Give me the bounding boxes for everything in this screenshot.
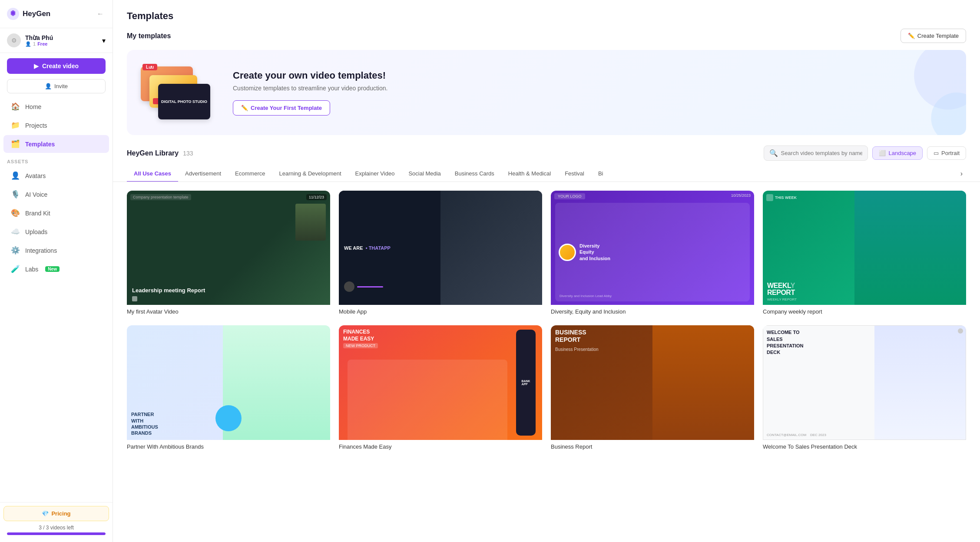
landscape-icon: ⬜ (879, 150, 886, 156)
template-label: Mobile App (339, 305, 542, 317)
portrait-icon: ▭ (934, 150, 939, 156)
video-camera-icon: ▶ (34, 63, 39, 69)
nav-item-avatars[interactable]: 👤 Avatars (3, 167, 109, 185)
cat-tab-all[interactable]: All Use Cases (127, 166, 178, 182)
template-label: Company weekly report (763, 305, 966, 317)
promo-thumbnails: A TASTE Authenic DIGITAL PHOTO STUDIO Lư… (141, 62, 219, 123)
search-icon: 🔍 (769, 149, 778, 157)
nav-item-templates[interactable]: 🗂️ Templates (3, 135, 109, 153)
nav-item-integrations[interactable]: ⚙️ Integrations (3, 241, 109, 259)
cat-tab-more-text[interactable]: Bi (591, 166, 610, 182)
labs-new-badge: New (45, 266, 60, 272)
template-card-leadership[interactable]: Company presentation template 11/12/23 L… (127, 191, 330, 317)
person-icon: 👤 (45, 83, 52, 89)
videos-progress-bar (7, 532, 106, 535)
cat-tab-business-cards[interactable]: Business Cards (448, 166, 501, 182)
template-label: Diversity, Equity and Inclusion (551, 305, 754, 317)
brand-icon: 🎨 (10, 208, 20, 218)
main-content: Templates My templates ✏️ Create Templat… (113, 0, 980, 542)
microphone-icon: 🎙️ (10, 190, 20, 199)
template-card-welcome[interactable]: WELCOME TOSALESPRESENTATIONDECK CONTACT@… (763, 325, 966, 451)
my-templates-title: My templates (127, 32, 171, 40)
create-first-template-button[interactable]: ✏️ Create Your First Template (233, 100, 330, 116)
cat-tab-ecommerce[interactable]: Ecommerce (228, 166, 272, 182)
nav-item-brand-kit[interactable]: 🎨 Brand Kit (3, 204, 109, 222)
plus-circle-icon: ✏️ (241, 105, 248, 111)
invite-button[interactable]: 👤 Invite (7, 79, 106, 93)
svg-point-1 (12, 12, 15, 15)
nav-item-labs[interactable]: 🧪 Labs New (3, 260, 109, 278)
folder-icon: 📁 (10, 121, 20, 130)
upload-icon: ☁️ (10, 227, 20, 236)
assets-section-label: Assets (0, 154, 113, 166)
cat-tab-social[interactable]: Social Media (401, 166, 447, 182)
library-count: 133 (183, 150, 193, 157)
nav-item-home[interactable]: 🏠 Home (3, 98, 109, 116)
template-label: Business Report (551, 440, 754, 452)
user-count: 1 (33, 41, 36, 46)
avatars-icon: 👤 (10, 171, 20, 180)
page-header: Templates (113, 0, 980, 29)
template-card-weekly[interactable]: THIS WEEK WEEK 24 WEEKLYREPORT WEEKLY RE… (763, 191, 966, 317)
library-title: HeyGen Library (127, 149, 179, 157)
cat-tab-festival[interactable]: Festival (558, 166, 591, 182)
home-icon: 🏠 (10, 102, 20, 111)
template-card-diversity[interactable]: YOUR LOGO 10/25/2023 DiversityEquityand … (551, 191, 754, 317)
my-templates-header: My templates ✏️ Create Template (113, 29, 980, 43)
videos-left-label: 3 / 3 videos left (3, 525, 109, 531)
template-card-business[interactable]: BUSINESSREPORT Business Presentation Bus… (551, 325, 754, 451)
labs-icon: 🧪 (10, 264, 20, 274)
date-chip: 11/12/23 (306, 194, 327, 200)
user-plan: Free (37, 41, 47, 46)
template-label: Partner With Ambitious Brands (127, 440, 330, 452)
pricing-button[interactable]: 💎 Pricing (3, 506, 109, 521)
landscape-view-button[interactable]: ⬜ Landscape (872, 146, 923, 160)
user-avatar: ⚙ (7, 33, 21, 47)
cat-tab-learning[interactable]: Learning & Development (272, 166, 348, 182)
sidebar-header: HeyGen ← (0, 0, 113, 28)
thumb-front: DIGITAL PHOTO STUDIO (158, 84, 210, 119)
save-badge: Lưu (142, 64, 157, 70)
template-grid: Company presentation template 11/12/23 L… (113, 191, 980, 466)
nav-item-uploads[interactable]: ☁️ Uploads (3, 223, 109, 241)
template-card-partner[interactable]: PARTNERWITHAMBITIOUSBRANDS Partner With … (127, 325, 330, 451)
promo-title: Create your own video templates! (233, 70, 952, 81)
template-search-box[interactable]: 🔍 (764, 145, 868, 161)
user-section[interactable]: ⚙ Thừa Phú 👤 1 Free ▾ (0, 28, 113, 53)
template-label: My first Avatar Video (127, 305, 330, 317)
nav-item-ai-voice[interactable]: 🎙️ AI Voice (3, 185, 109, 203)
app-name: HeyGen (23, 10, 50, 18)
promo-box: A TASTE Authenic DIGITAL PHOTO STUDIO Lư… (127, 50, 966, 135)
cat-tab-health[interactable]: Health & Medical (501, 166, 558, 182)
logo-area: HeyGen (7, 8, 50, 20)
user-name: Thừa Phú (25, 34, 53, 41)
create-template-button[interactable]: ✏️ Create Template (901, 29, 966, 43)
category-tabs: All Use Cases Advertisement Ecommerce Le… (113, 166, 980, 182)
library-header: HeyGen Library 133 🔍 ⬜ Landscape ▭ Portr… (113, 145, 980, 161)
integrations-icon: ⚙️ (10, 246, 20, 255)
template-label: Welcome To Sales Presentation Deck (763, 440, 966, 452)
page-title: Templates (127, 10, 966, 22)
promo-subtitle: Customize templates to streamline your v… (233, 85, 952, 92)
create-video-button[interactable]: ▶ Create video (7, 58, 106, 74)
diamond-icon: 💎 (42, 510, 49, 517)
sidebar: HeyGen ← ⚙ Thừa Phú 👤 1 Free ▾ ▶ Create … (0, 0, 113, 542)
template-card-mobile[interactable]: WE ARE • THATAPP Mobile App (339, 191, 542, 317)
progress-bar-fill (7, 532, 106, 535)
portrait-view-button[interactable]: ▭ Portrait (927, 146, 966, 160)
sidebar-bottom: 💎 Pricing 3 / 3 videos left (0, 502, 113, 542)
cat-tab-explainer[interactable]: Explainer Video (348, 166, 402, 182)
assets-nav: 👤 Avatars 🎙️ AI Voice 🎨 Brand Kit ☁️ Upl… (0, 166, 113, 279)
cat-tab-advertisement[interactable]: Advertisement (178, 166, 228, 182)
search-input[interactable] (781, 150, 862, 156)
edit-icon: ✏️ (908, 33, 915, 39)
collapse-sidebar-button[interactable]: ← (95, 8, 106, 20)
heygen-logo-icon (7, 8, 19, 20)
nav-item-projects[interactable]: 📁 Projects (3, 116, 109, 134)
template-card-finances[interactable]: FINANCESMADE EASYNEW PRODUCT BANKAPP Fin… (339, 325, 542, 451)
cat-tab-more-arrow[interactable]: › (957, 166, 966, 181)
template-label: Finances Made Easy (339, 440, 542, 452)
promo-content: Create your own video templates! Customi… (233, 70, 952, 116)
chevron-down-icon: ▾ (102, 36, 106, 45)
main-nav: 🏠 Home 📁 Projects 🗂️ Templates (0, 97, 113, 154)
